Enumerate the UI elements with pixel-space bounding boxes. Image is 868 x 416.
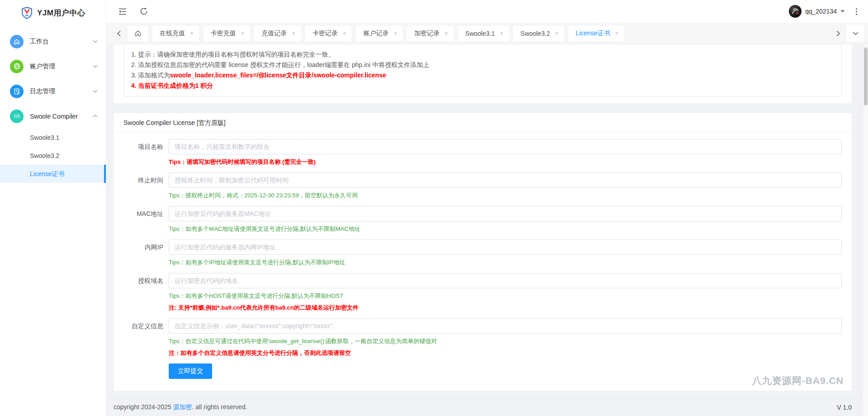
tabs-dropdown-button[interactable] — [846, 25, 864, 42]
caret-down-icon — [840, 10, 845, 13]
tab-close-icon[interactable]: × — [554, 29, 560, 37]
footer: copyright 2024-2025 源加密. all rights rese… — [106, 398, 868, 416]
mac-address-label: MAC地址 — [114, 206, 169, 233]
sidebar-item-workbench[interactable]: 工作台 — [0, 29, 106, 54]
scrollbar-thumb[interactable] — [864, 48, 868, 105]
home-icon — [134, 30, 142, 37]
form-row-project-name: 项目名称 Tips：请填写加密代码时候填写的项目名称 (需完全一致) — [114, 139, 852, 166]
license-format-code: swoole_loader.license_files=/你license文件目… — [170, 72, 386, 79]
notice-line-2: 2. 添加授权信息后加密的代码需要 license 授权文件才能运行，loade… — [131, 60, 834, 70]
project-name-input[interactable] — [169, 139, 842, 154]
app-logo: YJM用户中心 — [0, 0, 106, 25]
vertical-scrollbar[interactable] — [863, 44, 868, 416]
sidebar: YJM用户中心 工作台 账户管理 — [0, 0, 106, 416]
topbar: qq_202134 — [106, 0, 868, 23]
form-title: Swoole Compiler License [官方原版] — [114, 113, 852, 133]
form-row-mac-address: MAC地址 Tips：如有多个MAC地址请使用英文逗号进行分隔,默认为不限制MA… — [114, 206, 852, 233]
mac-address-input[interactable] — [169, 206, 842, 221]
sidebar-item-log-mgmt[interactable]: 日志管理 — [0, 79, 106, 104]
tab-close-icon[interactable]: × — [240, 29, 246, 37]
chevron-down-icon — [93, 40, 98, 43]
tab-close-icon[interactable]: × — [444, 29, 449, 37]
home-icon — [10, 35, 24, 48]
sidebar-item-label: 工作台 — [30, 38, 93, 46]
tab-swoole31[interactable]: Swoole3.1 × — [458, 26, 509, 41]
collapse-sidebar-button[interactable] — [115, 5, 130, 18]
submit-button[interactable]: 立即提交 — [169, 363, 212, 379]
code-icon — [10, 110, 24, 123]
tab-license-cert[interactable]: License证书 × — [569, 26, 624, 41]
form-row-auth-domain: 授权域名 Tips：如有多个HOST请使用英文逗号进行分隔,默认为不限制HOST… — [114, 273, 852, 312]
auth-domain-note: 注: 支持*前缀,例如*.ba9.cn代表允许所有ba9.cn的二级域名运行加密… — [169, 304, 842, 312]
project-name-tip: Tips：请填写加密代码时候填写的项目名称 (需完全一致) — [169, 158, 842, 166]
tab-recharge-records[interactable]: 充值记录 × — [254, 26, 301, 41]
license-form: 项目名称 Tips：请填写加密代码时候填写的项目名称 (需完全一致) 终止时间 … — [114, 133, 852, 379]
auth-domain-input[interactable] — [169, 273, 842, 288]
tab-close-icon[interactable]: × — [499, 29, 504, 37]
expire-time-label: 终止时间 — [114, 172, 169, 200]
notice-line-4: 4. 当前证书生成价格为1 积分 — [131, 81, 834, 91]
chevron-down-icon — [853, 32, 859, 35]
tab-close-icon[interactable]: × — [393, 29, 398, 37]
username: qq_202134 — [805, 8, 837, 15]
sidebar-item-label: 账户管理 — [30, 62, 93, 71]
tabbar: 在线充值 × 卡密充值 × 充值记录 × 卡密记录 × 账户记录 × 加密记录 … — [106, 23, 868, 44]
form-row-expire-time: 终止时间 Tips：授权终止时间，格式：2025-12-30 23:23:59，… — [114, 172, 852, 200]
auth-domain-tip: Tips：如有多个HOST请使用英文逗号进行分隔,默认为不限制HOST — [169, 292, 842, 300]
tab-close-icon[interactable]: × — [342, 29, 347, 37]
main-area: qq_202134 在线充值 × 卡密充值 × 充值记录 × — [106, 0, 868, 416]
sidebar-subitem-swoole32[interactable]: Swoole3.2 — [0, 147, 106, 165]
tab-card-records[interactable]: 卡密记录 × — [305, 26, 352, 41]
project-name-label: 项目名称 — [114, 139, 169, 166]
expire-time-input[interactable] — [169, 172, 842, 188]
expire-time-tip: Tips：授权终止时间，格式：2025-12-30 23:23:59，留空默认为… — [169, 191, 842, 200]
version-label: V 1.0 — [837, 404, 852, 411]
tab-online-recharge[interactable]: 在线充值 × — [152, 26, 199, 41]
intranet-ip-input[interactable] — [169, 239, 842, 255]
refresh-icon — [140, 7, 148, 15]
custom-info-input[interactable] — [169, 318, 842, 334]
copyright-text: copyright 2024-2025 源加密. all rights rese… — [114, 403, 247, 411]
user-menu[interactable]: qq_202134 — [789, 5, 845, 18]
app-title: YJM用户中心 — [37, 8, 85, 18]
sidebar-item-label: 日志管理 — [30, 87, 93, 96]
sidebar-subitem-swoole31[interactable]: Swoole3.1 — [0, 129, 106, 147]
intranet-ip-tip: Tips：如有多个IP地址请使用英文逗号进行分隔,默认为不限制IP地址 — [169, 258, 842, 267]
shield-logo-icon — [21, 6, 33, 19]
tab-encrypt-records[interactable]: 加密记录 × — [407, 26, 454, 41]
custom-info-note: 注：如有多个自定义信息请使用英文分号进行分隔，否则此选项请留空 — [169, 349, 842, 357]
tab-home[interactable] — [128, 26, 148, 41]
sidebar-subitem-license-cert[interactable]: License证书 — [0, 165, 106, 183]
chevron-left-icon — [116, 30, 122, 37]
notice-line-3: 3. 添加格式为swoole_loader.license_files=/你li… — [131, 70, 834, 81]
chevron-up-icon — [93, 115, 98, 118]
sidebar-menu: 工作台 账户管理 — [0, 25, 106, 183]
app-window: YJM用户中心 工作台 账户管理 — [0, 0, 868, 416]
custom-info-tip: Tips：自定义信息可通过在代码中使用'swoole_get_license()… — [169, 337, 842, 345]
watermark: 八九资源网-BA9.CN — [752, 374, 844, 387]
tab-controls — [834, 25, 864, 42]
vendor-link[interactable]: 源加密 — [173, 403, 192, 411]
tab-close-icon[interactable]: × — [189, 29, 194, 37]
sidebar-item-swoole-compiler[interactable]: Swoole Compiler — [0, 104, 106, 129]
intranet-ip-label: 内网IP — [114, 239, 169, 267]
tab-card-recharge[interactable]: 卡密充值 × — [204, 26, 250, 41]
notice-box: 1. 提示：请确保加密使用的项目名称与授权时填写的项目名称完全一致。 2. 添加… — [123, 44, 842, 97]
auth-domain-label: 授权域名 — [114, 273, 169, 312]
tabs-scroll-right-button[interactable] — [834, 29, 843, 38]
refresh-button[interactable] — [137, 5, 151, 18]
tab-account-records[interactable]: 账户记录 × — [356, 26, 403, 41]
tab-close-icon[interactable]: × — [291, 29, 296, 37]
tab-close-icon[interactable]: × — [614, 29, 620, 37]
more-menu-button[interactable] — [853, 6, 860, 17]
sidebar-item-account-mgmt[interactable]: 账户管理 — [0, 54, 106, 79]
avatar — [789, 5, 802, 18]
content-area: 1. 提示：请确保加密使用的项目名称与授权时填写的项目名称完全一致。 2. 添加… — [106, 44, 868, 398]
swoole-compiler-submenu: Swoole3.1 Swoole3.2 License证书 — [0, 129, 106, 183]
notice-line-1: 1. 提示：请确保加密使用的项目名称与授权时填写的项目名称完全一致。 — [131, 49, 834, 60]
form-row-custom-info: 自定义信息 Tips：自定义信息可通过在代码中使用'swoole_get_lic… — [114, 318, 852, 357]
chevron-down-icon — [93, 65, 98, 68]
tabs-scroll-left-button[interactable] — [114, 29, 123, 38]
tab-swoole32[interactable]: Swoole3.2 × — [513, 26, 564, 41]
chevron-down-icon — [93, 90, 98, 93]
